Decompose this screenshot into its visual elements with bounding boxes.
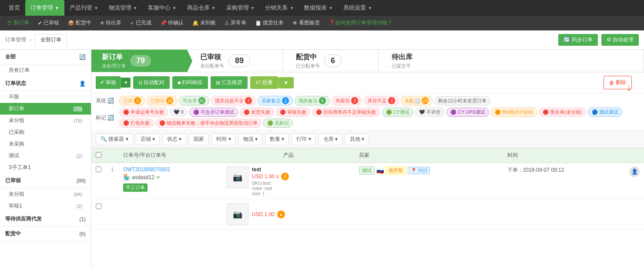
quantity-filter-button[interactable]: 数量 ▾ <box>265 133 289 145</box>
pipeline-reviewed-info: 已审核 未分配单号 <box>200 53 224 69</box>
tag-audit-fail[interactable]: 🔴 审核失败 <box>276 108 310 117</box>
sync-orders-button[interactable]: 🔄 同步订单 <box>558 34 597 46</box>
tag-test-test[interactable]: 🔵 测试测试 <box>588 108 622 117</box>
nav-home[interactable]: 首页 <box>3 0 25 16</box>
tag-logistics-fail[interactable]: 🔴 物流截单失败，请手动去物流系统取消订单 <box>155 119 262 128</box>
merge-icon: ⊞ <box>216 80 220 86</box>
sidebar-purchased[interactable]: 已采购 <box>0 126 91 138</box>
tag-unmatched[interactable]: 未配⬜ 29 <box>401 96 433 105</box>
product-name[interactable]: test <box>252 166 350 173</box>
tag-my-note[interactable]: 我的备注 6 <box>295 96 330 105</box>
sidebar-test-label: 测试 <box>9 152 19 159</box>
tag-blacklist[interactable]: 🔴 黑名单(未分组) <box>539 108 586 117</box>
tag-merged[interactable]: 已并 4 <box>119 96 145 105</box>
breadcrumb-order-mgmt[interactable]: 订单管理 <box>5 36 26 44</box>
nav-settings[interactable]: 系统设置 ▼ <box>338 0 377 16</box>
tag-waybill-fail[interactable]: 🔴 申请运单号失败 <box>119 108 168 117</box>
unpaid-shortcut[interactable]: 🔔 未到账 <box>189 17 219 28</box>
pipeline-new-order-info: 新订单 未处理订单 <box>102 53 126 69</box>
th-buyer: 买家 <box>355 148 503 163</box>
tag-has-message[interactable]: 有留言 3 <box>332 96 362 105</box>
new-order-shortcut[interactable]: 🗒 新订单 <box>3 17 33 28</box>
nav-customer-service[interactable]: 客服中心 ▼ <box>143 0 182 16</box>
reviewed-shortcut[interactable]: ✔ 已审核 <box>34 17 63 28</box>
nav-distribution[interactable]: 分销关系 ▼ <box>260 0 299 16</box>
tag-no-review[interactable]: 🖤 不评价 <box>415 108 445 117</box>
warehouse-filter-button[interactable]: 仓库 ▾ <box>319 133 342 145</box>
scan-response-button[interactable]: ■ 扫码响应 <box>172 76 208 89</box>
pipeline-new-order[interactable]: 新订单 未处理订单 79 <box>91 50 187 72</box>
completed-shortcut[interactable]: ✓ 已完成 <box>127 17 155 28</box>
tag-12h-unshipped[interactable]: 剩余12小时未发货订单 <box>434 96 490 105</box>
th-order-number: 订单号/平台订单号 <box>119 148 222 163</box>
sidebar-manual-order[interactable]: S手工单1 <box>0 162 91 173</box>
auto-match-button[interactable]: U 自动配对 <box>133 76 170 89</box>
buyer-code: 📍 YUJ <box>408 167 430 174</box>
pickup-task-shortcut[interactable]: 📋 揽货任务 <box>252 17 287 28</box>
auto-process-button[interactable]: ⚙ 自动处理 <box>601 34 639 46</box>
row-checkbox[interactable] <box>96 166 101 172</box>
exception-shortcut[interactable]: ⚠ 异常单 <box>221 17 250 28</box>
sidebar-all-orders[interactable]: 所有订单 <box>0 64 91 76</box>
sidebar-test[interactable]: 测试 (2) <box>0 150 91 162</box>
select-all-checkbox[interactable] <box>96 152 101 158</box>
row2-checkbox[interactable] <box>96 204 101 209</box>
print-filter-button[interactable]: 打印 ▾ <box>292 133 315 145</box>
tag-mergeable-test[interactable]: 🟣 可合并订单测试 <box>189 108 238 117</box>
search-filter-button[interactable]: 🔍 搜索器 ▾ <box>96 133 133 145</box>
time-filter-button[interactable]: 时间 ▾ <box>211 133 235 145</box>
user-avatar[interactable]: 👤 <box>629 166 640 177</box>
pending-confirm-shortcut[interactable]: 📌 待确认 <box>157 17 187 28</box>
tag-pack-fail[interactable]: 🔴 打包失败 <box>119 119 154 128</box>
nav-logistics[interactable]: 物流管理 ▼ <box>104 0 143 16</box>
help-link[interactable]: ❓如何使用订单管理功能？ <box>329 19 392 27</box>
logistics-filter-button[interactable]: 物流 ▾ <box>238 133 262 145</box>
tag-customs-missing[interactable]: 报关信息不全 3 <box>211 96 256 105</box>
sidebar-new-orders[interactable]: 新订单 (79) <box>0 103 91 115</box>
nav-order-management[interactable]: 订单管理 ▼ <box>25 0 64 16</box>
audit-button[interactable]: ✔ 审核 <box>96 76 121 89</box>
tag-ship-fail[interactable]: 🔴 发货失败 <box>240 108 274 117</box>
tag-supplier-stock-fail[interactable]: 🔴 供应商库存不足审核失败 <box>312 108 380 117</box>
audit-dropdown-button[interactable]: ▼ <box>121 78 131 88</box>
sidebar-refresh-icon[interactable]: 🔄 <box>79 54 86 60</box>
status-filter-button[interactable]: 状态 ▾ <box>162 133 186 145</box>
sidebar-audit1[interactable]: 审核1 (2) <box>0 200 91 212</box>
tag-split[interactable]: 已拆分 16 <box>147 96 177 105</box>
nav-product-listing[interactable]: 产品刊登 ▼ <box>64 0 104 16</box>
pipeline-pending-sub: 已提交平 <box>392 63 413 69</box>
tag-bm-test[interactable]: 🟠 BM测试中别动 <box>491 108 537 117</box>
sidebar-reviewed-ungroup[interactable]: 未分组 (84) <box>0 188 91 200</box>
order-id-link[interactable]: OWT201809070002 <box>123 166 218 173</box>
sidebar-unlimited[interactable]: 不限 <box>0 91 91 103</box>
tag-mergeable[interactable]: 可合并 41 <box>179 96 209 105</box>
tag-8[interactable]: 🖤 8 <box>170 108 188 116</box>
pending-out-shortcut[interactable]: ✈ 待出库 <box>97 17 125 28</box>
tag-no-mark[interactable]: 🟢 无标记 <box>263 119 293 128</box>
store-filter-button[interactable]: 店铺 ▾ <box>136 133 160 145</box>
batch-button[interactable]: 🏷 批量 <box>250 76 278 89</box>
nav-warehouse[interactable]: 商品仓库 ▼ <box>182 0 221 16</box>
nav-procurement[interactable]: 采购管理 ▼ <box>221 0 260 16</box>
sidebar-not-purchased[interactable]: 未采购 <box>0 138 91 150</box>
pipeline-picking[interactable]: 配货中 已分配单号 6 <box>283 50 379 72</box>
pipeline-reviewed[interactable]: 已审核 未分配单号 89 <box>187 50 283 72</box>
picking-shortcut[interactable]: 📦 配货中 <box>64 17 95 28</box>
country-filter-button[interactable]: 国家 <box>189 133 209 145</box>
sidebar-ungrouped[interactable]: 未分组 (76) <box>0 115 91 126</box>
tag-buyer-note[interactable]: 买家备注 1 <box>258 96 293 105</box>
breadcrumb-all-orders[interactable]: 全部订单 <box>35 34 67 46</box>
pipeline-pending-out[interactable]: 待出库 已提交平 <box>379 50 644 72</box>
action-toolbar: ✔ 审核 ▼ U 自动配对 ■ 扫码响应 ⊞ 汇总拣货 🏷 批量 ▼ 🗑 <box>91 72 644 93</box>
tag-cy-ups[interactable]: 🟣 CY UPS测试 <box>446 108 489 117</box>
scan-icon: ■ <box>178 80 181 86</box>
nav-reports[interactable]: 数据报表 ▼ <box>299 0 338 16</box>
other-filter-button[interactable]: 其他 ▾ <box>345 133 369 145</box>
edit-icon[interactable]: ✏ <box>156 174 161 180</box>
merge-pick-button[interactable]: ⊞ 汇总拣货 <box>211 76 248 89</box>
pipeline-pending-info: 待出库 已提交平 <box>392 53 413 69</box>
tag-cy-test[interactable]: 🟢 CY测试 <box>382 108 413 117</box>
photo-check-shortcut[interactable]: 👁 看图验货 <box>289 17 323 28</box>
tag-low-stock[interactable]: 库存不足 3 <box>364 96 399 105</box>
batch-dropdown[interactable]: ▼ <box>278 77 294 88</box>
